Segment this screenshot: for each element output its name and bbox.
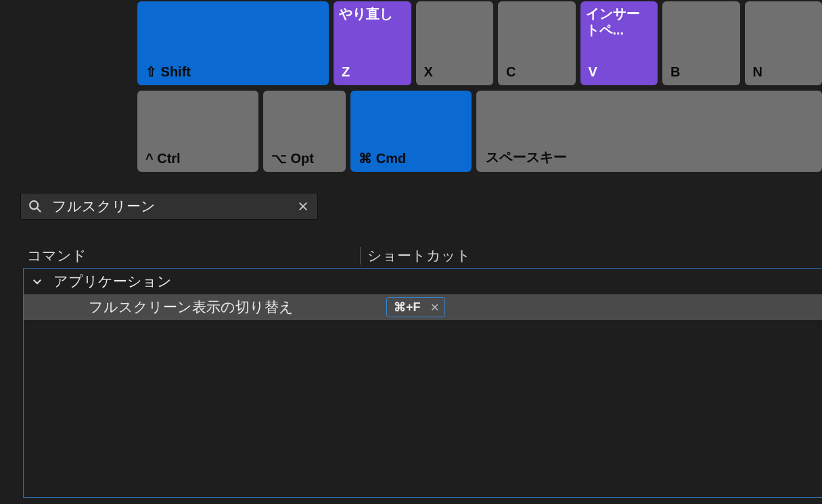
table-header: コマンド ショートカット (23, 244, 822, 268)
key-assigned-label: やり直し (339, 5, 406, 22)
key-label: B (670, 64, 680, 80)
key-label: V (589, 64, 597, 80)
key-v[interactable]: インサートペ...V (580, 1, 658, 85)
key-label: ^ Ctrl (145, 151, 181, 166)
key-c[interactable]: C (498, 1, 576, 85)
key-label: C (506, 64, 516, 80)
key-label: X (424, 64, 433, 80)
remove-shortcut-icon[interactable]: ✕ (430, 301, 439, 314)
table-body: アプリケーション フルスクリーン表示の切り替え ⌘+F ✕ (23, 268, 822, 498)
key-label: ⌥ Opt (271, 150, 314, 166)
shortcut-text: ⌘+F (394, 300, 421, 315)
key-[interactable]: スペースキー (476, 91, 822, 172)
key-assigned-label: インサートペ... (586, 5, 653, 38)
key-cmd[interactable]: ⌘ Cmd (350, 91, 472, 172)
keyboard-row-2: ^ Ctrl⌥ Opt⌘ Cmdスペースキー (137, 91, 822, 172)
key-opt[interactable]: ⌥ Opt (263, 91, 346, 172)
key-label: Z (342, 64, 350, 80)
clear-search-icon[interactable] (292, 195, 315, 218)
column-header-command[interactable]: コマンド (23, 246, 360, 265)
key-label: ⇧ Shift (145, 64, 191, 80)
key-z[interactable]: やり直しZ (334, 1, 411, 85)
tree-group-application[interactable]: アプリケーション (24, 269, 822, 294)
column-header-shortcut[interactable]: ショートカット (360, 247, 822, 265)
chevron-down-icon[interactable] (29, 273, 45, 290)
search-icon (28, 199, 43, 214)
key-label: N (753, 64, 762, 80)
key-shift[interactable]: ⇧ Shift (137, 1, 329, 85)
keyboard-row-1: ⇧ Shiftやり直しZXCインサートペ...VBN (137, 1, 822, 85)
svg-line-1 (37, 208, 41, 212)
key-x[interactable]: X (416, 1, 494, 85)
key-b[interactable]: B (662, 1, 740, 85)
table-row[interactable]: フルスクリーン表示の切り替え ⌘+F ✕ (24, 294, 822, 320)
search-field-wrap (20, 193, 318, 220)
svg-point-0 (30, 201, 38, 209)
search-input[interactable] (43, 198, 292, 214)
command-label: フルスクリーン表示の切り替え (89, 298, 362, 317)
key-label: スペースキー (486, 148, 567, 166)
shortcut-tag[interactable]: ⌘+F ✕ (386, 297, 445, 317)
shortcut-table: コマンド ショートカット アプリケーション フルスクリーン表示の切り替え ⌘+F… (23, 244, 822, 504)
tree-group-label: アプリケーション (53, 272, 172, 291)
key-ctrl[interactable]: ^ Ctrl (137, 91, 258, 172)
keyboard-area: ⇧ Shiftやり直しZXCインサートペ...VBN ^ Ctrl⌥ Opt⌘ … (0, 0, 822, 177)
key-n[interactable]: N (745, 1, 823, 85)
key-label: ⌘ Cmd (359, 150, 406, 166)
